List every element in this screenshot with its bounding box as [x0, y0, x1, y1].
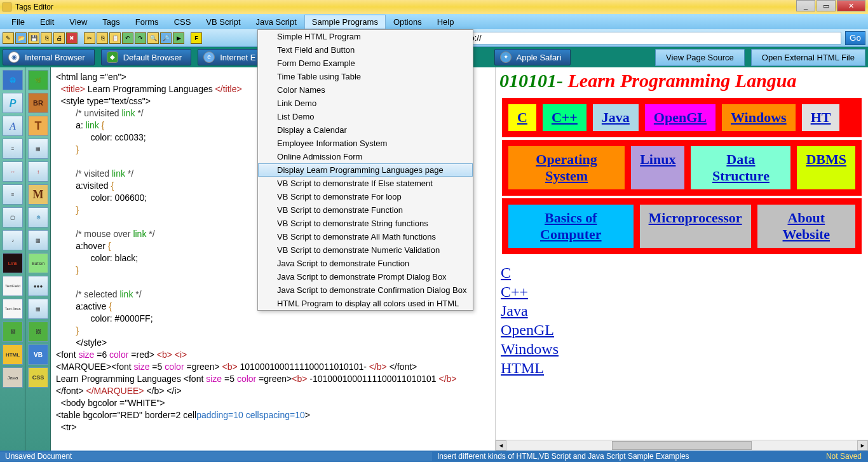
- find-icon[interactable]: 🔍: [147, 32, 159, 44]
- palette--icon[interactable]: ▦: [28, 299, 48, 319]
- scroll-left-icon[interactable]: ◄: [496, 440, 506, 451]
- palette--icon[interactable]: ↕: [28, 161, 48, 182]
- save-icon[interactable]: 💾: [28, 32, 39, 44]
- menu-edit[interactable]: Edit: [32, 15, 62, 29]
- menuitem-online-admission-form[interactable]: Online Admission Form: [258, 150, 473, 163]
- tab-default-browser[interactable]: ◆Default Browser: [101, 49, 191, 65]
- tab-internal-browser[interactable]: ◉Internal Browser: [3, 49, 95, 65]
- address-input[interactable]: [456, 32, 841, 44]
- font-icon[interactable]: F: [191, 32, 202, 44]
- menuitem-vb-script-to-demonstrate-string-function[interactable]: VB Script to demonstrate String function…: [258, 217, 473, 230]
- palette--icon[interactable]: ⚙: [28, 207, 48, 228]
- topic-microprocessor[interactable]: Microprocessor: [640, 205, 751, 248]
- paste-icon[interactable]: 📋: [109, 32, 121, 44]
- horizontal-scrollbar[interactable]: ◄ ►: [496, 440, 868, 451]
- saveall-icon[interactable]: ⎘: [41, 32, 52, 44]
- menuitem-vb-script-to-demonstrate-if-else-stateme[interactable]: VB Script to demonstrate If Else stateme…: [258, 177, 473, 190]
- topic-about-website[interactable]: About Website: [757, 205, 855, 248]
- menu-css[interactable]: CSS: [166, 15, 199, 29]
- palette--icon[interactable]: ▦: [28, 230, 48, 250]
- menuitem-vb-script-to-demonstrate-numeric-validat[interactable]: VB Script to demonstrate Numeric Validat…: [258, 243, 473, 257]
- menuitem-time-table-using-table[interactable]: Time Table using Table: [258, 70, 473, 83]
- topic-operating-system[interactable]: Operating System: [508, 146, 625, 189]
- menuitem-list-demo[interactable]: List Demo: [258, 110, 473, 123]
- palette-link-icon[interactable]: Link: [3, 253, 23, 273]
- undo-icon[interactable]: ↶: [122, 32, 133, 44]
- topic-data-structure[interactable]: Data Structure: [691, 146, 790, 189]
- menu-view[interactable]: View: [62, 15, 95, 29]
- palette--icon[interactable]: ≡: [3, 139, 23, 159]
- link-c[interactable]: C++: [501, 282, 863, 301]
- palette-css-icon[interactable]: CSS: [28, 367, 48, 388]
- link-opengl[interactable]: OpenGL: [501, 320, 863, 339]
- link-html[interactable]: HTML: [501, 358, 863, 377]
- topic-dbms[interactable]: DBMS: [797, 146, 855, 189]
- link-java[interactable]: Java: [501, 301, 863, 320]
- palette-a-icon[interactable]: A: [3, 116, 23, 136]
- palette-textfield-icon[interactable]: TextField: [3, 276, 23, 296]
- open-icon[interactable]: 📂: [15, 32, 27, 44]
- topic-windows[interactable]: Windows: [722, 104, 796, 131]
- palette--icon[interactable]: ▦: [28, 139, 48, 159]
- topic-c-[interactable]: C++: [543, 104, 587, 131]
- menuitem-display-learn-programming-languages-page[interactable]: Display Learn Programming Languages page: [258, 163, 473, 177]
- menuitem-html-program-to-display-all-colors-used-[interactable]: HTML Program to display all colors used …: [258, 297, 473, 310]
- run-icon[interactable]: ▶: [173, 32, 184, 44]
- palette--icon[interactable]: 🌿: [28, 70, 48, 90]
- tab-apple-safari[interactable]: ✦Apple Safari: [494, 49, 571, 65]
- scroll-track[interactable]: [506, 440, 857, 451]
- palette-vb-icon[interactable]: VB: [28, 344, 48, 365]
- palette--icon[interactable]: ↔: [3, 161, 23, 182]
- palette-br-icon[interactable]: BR: [28, 93, 48, 113]
- minimize-button[interactable]: _: [796, 0, 815, 11]
- print-icon[interactable]: 🖨: [53, 32, 65, 44]
- scroll-right-icon[interactable]: ►: [857, 440, 868, 451]
- palette-p-icon[interactable]: P: [3, 93, 23, 113]
- zoom-icon[interactable]: 🔎: [160, 32, 172, 44]
- palette-button-icon[interactable]: Button: [28, 253, 48, 273]
- menuitem-vb-script-to-demonstrate-function[interactable]: VB Script to demonstrate Function: [258, 203, 473, 217]
- palette--icon[interactable]: ♪: [3, 230, 23, 250]
- menuitem-text-field-and-button[interactable]: Text Field and Button: [258, 43, 473, 57]
- go-button[interactable]: Go: [845, 31, 865, 45]
- link-windows[interactable]: Windows: [501, 339, 863, 358]
- palette-t-icon[interactable]: T: [28, 116, 48, 136]
- topic-opengl[interactable]: OpenGL: [645, 104, 715, 131]
- menuitem-form-demo-example[interactable]: Form Demo Example: [258, 57, 473, 70]
- menu-options[interactable]: Options: [386, 15, 430, 29]
- delete-icon[interactable]: ✖: [66, 32, 78, 44]
- scroll-thumb[interactable]: [612, 441, 752, 450]
- maximize-button[interactable]: ▭: [817, 0, 836, 11]
- menu-forms[interactable]: Forms: [128, 15, 166, 29]
- menuitem-display-a-calendar[interactable]: Display a Calendar: [258, 123, 473, 137]
- palette--icon[interactable]: ▢: [3, 207, 23, 228]
- palette--icon[interactable]: 🌐: [3, 70, 23, 90]
- palette--icon[interactable]: 🖼: [28, 322, 48, 342]
- redo-icon[interactable]: ↷: [135, 32, 146, 44]
- palette-m-icon[interactable]: M: [28, 184, 48, 205]
- topic-linux[interactable]: Linux: [631, 146, 684, 189]
- tab-internet-explorer[interactable]: eInternet E: [198, 49, 265, 65]
- palette--icon[interactable]: ≡: [3, 184, 23, 205]
- palette-java-icon[interactable]: Java: [3, 367, 23, 388]
- palette--icon[interactable]: 🖼: [3, 322, 23, 342]
- menuitem-simple-html-program[interactable]: Simple HTML Program: [258, 30, 473, 43]
- menu-help[interactable]: Help: [430, 15, 462, 29]
- topic-basics-of-computer[interactable]: Basics of Computer: [508, 205, 634, 248]
- open-external-file-button[interactable]: Open External HTML File: [751, 49, 865, 66]
- menuitem-vb-script-to-demonstrate-all-math-functi[interactable]: VB Script to demonstrate All Math functi…: [258, 230, 473, 243]
- topic-java[interactable]: Java: [593, 104, 639, 131]
- menuitem-link-demo[interactable]: Link Demo: [258, 97, 473, 110]
- close-button[interactable]: ✕: [837, 0, 865, 11]
- link-c[interactable]: C: [501, 263, 863, 282]
- menu-file[interactable]: File: [4, 15, 32, 29]
- menuitem-employee-information-system[interactable]: Employee Information System: [258, 137, 473, 150]
- menuitem-vb-script-to-demonstrate-for-loop[interactable]: VB Script to demonstrate For loop: [258, 190, 473, 203]
- menuitem-color-names[interactable]: Color Names: [258, 83, 473, 97]
- menu-sample-programs[interactable]: Sample Programs: [304, 15, 386, 29]
- palette--icon[interactable]: ●●●: [28, 276, 48, 296]
- palette-textarea-icon[interactable]: Text Area: [3, 299, 23, 319]
- topic-c[interactable]: C: [508, 104, 536, 131]
- palette-html-icon[interactable]: HTML: [3, 344, 23, 365]
- menuitem-java-script-to-demonstrate-function[interactable]: Java Script to demonstrate Function: [258, 257, 473, 270]
